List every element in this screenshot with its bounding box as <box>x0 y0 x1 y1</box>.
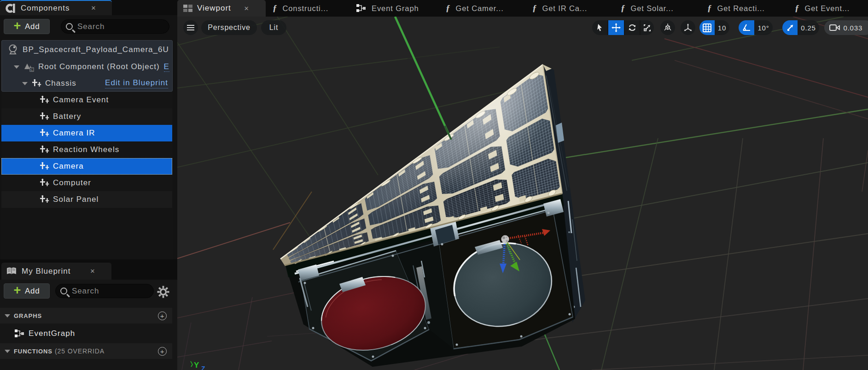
svg-text:Z: Z <box>201 365 205 370</box>
svg-text:Y: Y <box>194 361 199 370</box>
svg-text:C: C <box>31 68 34 71</box>
